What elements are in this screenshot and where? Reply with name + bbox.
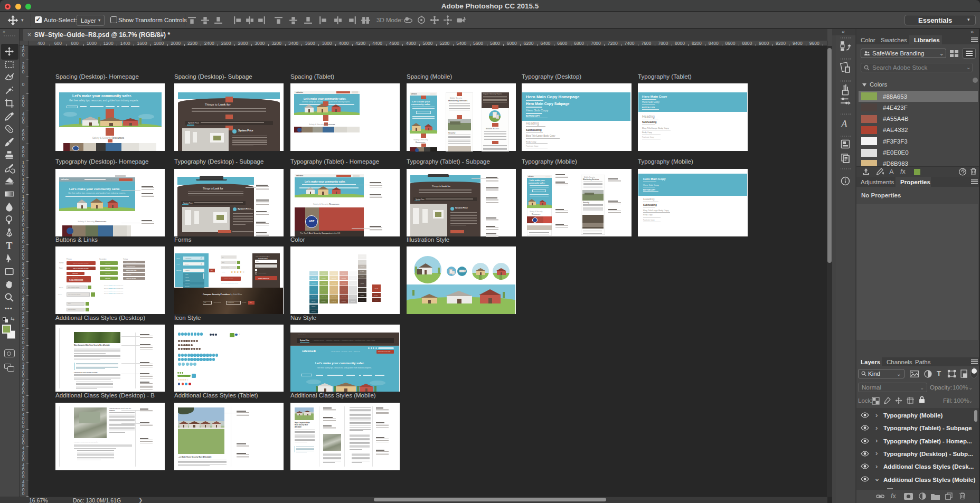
svg-text:T: T [6, 240, 13, 251]
